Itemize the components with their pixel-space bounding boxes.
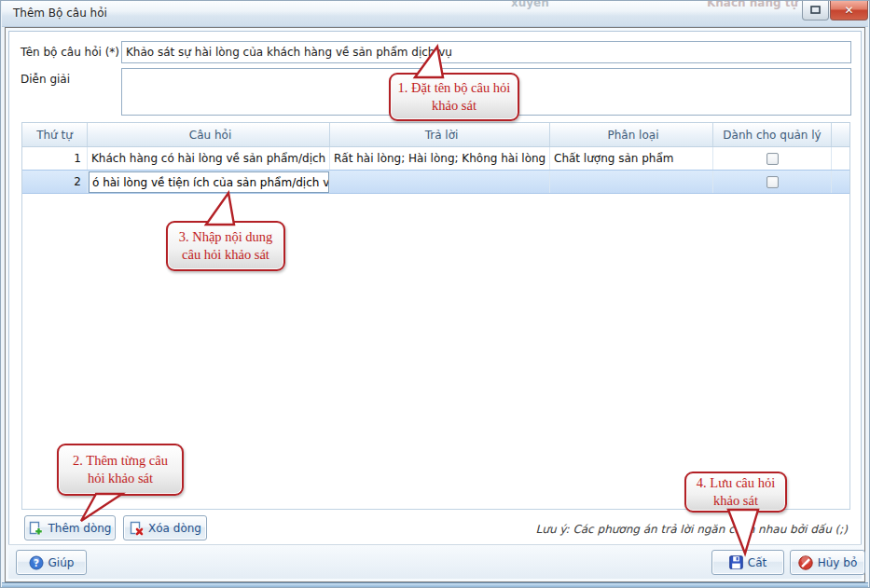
- save-label: Cất: [748, 556, 766, 569]
- table-row-selected[interactable]: 2 ó hài lòng về tiện ích của sản phẩm/dị…: [22, 170, 849, 194]
- manager-checkbox[interactable]: [766, 176, 779, 188]
- column-header-manager[interactable]: Dành cho quản lý: [713, 123, 832, 146]
- filler-cell: [832, 171, 849, 193]
- order-cell: 2: [22, 171, 88, 193]
- question-set-name-input[interactable]: [121, 41, 851, 63]
- manager-cell: [713, 171, 832, 193]
- titlebar: xuyên Khách hàng tự tin Thêm Bộ câu hỏi …: [2, 1, 868, 27]
- help-label: Giúp: [48, 556, 75, 569]
- background-ghost-text: xuyên: [511, 1, 549, 9]
- manager-cell: [713, 147, 832, 170]
- add-row-label: Thêm dòng: [48, 522, 111, 535]
- maximize-button[interactable]: [802, 1, 829, 21]
- table-header-row: Thứ tự Câu hỏi Trả lời Phân loại Dành ch…: [22, 123, 849, 147]
- svg-text:?: ?: [34, 558, 39, 568]
- note-text: Lưu ý: Các phương án trả lời ngăn cách n…: [536, 523, 848, 536]
- dialog-window: xuyên Khách hàng tự tin Thêm Bộ câu hỏi …: [0, 0, 870, 588]
- callout-2-text: 2. Thêm từng câu hỏi khảo sát: [64, 452, 176, 487]
- maximize-icon: [810, 6, 821, 14]
- cancel-button[interactable]: Hủy bỏ: [790, 550, 865, 575]
- filler-cell: [832, 147, 849, 170]
- description-label: Diễn giải: [21, 73, 70, 86]
- cancel-icon: [798, 555, 813, 570]
- column-header-answer[interactable]: Trả lời: [330, 123, 550, 146]
- footer-bar: ? Giúp Cất Hủy bỏ: [8, 544, 862, 579]
- column-header-order[interactable]: Thứ tự: [22, 123, 88, 146]
- callout-3: 3. Nhập nội dung câu hỏi khảo sát: [166, 221, 285, 271]
- order-cell: 1: [22, 147, 88, 170]
- delete-row-label: Xóa dòng: [148, 522, 201, 535]
- close-icon: ✕: [844, 4, 853, 17]
- question-edit-input[interactable]: ó hài lòng về tiện ích của sản phẩm/dịch…: [89, 171, 329, 193]
- column-header-category[interactable]: Phân loại: [550, 123, 713, 146]
- question-cell: Khách hàng có hài lòng về sản phẩm/dịch …: [88, 147, 330, 170]
- window-title: Thêm Bộ câu hỏi: [13, 7, 107, 20]
- category-cell: [550, 171, 713, 193]
- add-row-button[interactable]: Thêm dòng: [24, 515, 116, 540]
- column-header-filler: [832, 123, 849, 146]
- category-cell: Chất lượng sản phẩm: [550, 147, 713, 170]
- column-header-question[interactable]: Câu hỏi: [88, 123, 330, 146]
- manager-checkbox[interactable]: [766, 153, 779, 165]
- answer-cell: [330, 171, 550, 193]
- delete-row-button[interactable]: Xóa dòng: [123, 515, 207, 540]
- delete-row-icon: [129, 521, 144, 536]
- help-button[interactable]: ? Giúp: [16, 550, 87, 575]
- callout-1: 1. Đặt tên bộ câu hỏi khảo sát: [389, 73, 519, 121]
- close-button[interactable]: ✕: [830, 1, 868, 21]
- cancel-label: Hủy bỏ: [818, 556, 858, 569]
- add-row-icon: [28, 521, 43, 536]
- table-row[interactable]: 1 Khách hàng có hài lòng về sản phẩm/dịc…: [22, 147, 849, 171]
- help-icon: ?: [29, 555, 44, 570]
- save-icon: [729, 555, 743, 569]
- window-bottom-edge: [2, 582, 868, 587]
- answer-cell: Rất hài lòng; Hài lòng; Không hài lòng: [330, 147, 550, 170]
- callout-1-text: 1. Đặt tên bộ câu hỏi khảo sát: [396, 79, 512, 115]
- callout-3-text: 3. Nhập nội dung câu hỏi khảo sát: [173, 228, 278, 264]
- callout-4: 4. Lưu câu hỏi khảo sát: [684, 472, 787, 513]
- save-button[interactable]: Cất: [711, 550, 784, 575]
- callout-4-text: 4. Lưu câu hỏi khảo sát: [692, 474, 780, 510]
- name-label: Tên bộ câu hỏi (*): [21, 46, 119, 59]
- question-edit-text: ó hài lòng về tiện ích của sản phẩm/dịch…: [92, 176, 329, 189]
- callout-2: 2. Thêm từng câu hỏi khảo sát: [57, 444, 184, 496]
